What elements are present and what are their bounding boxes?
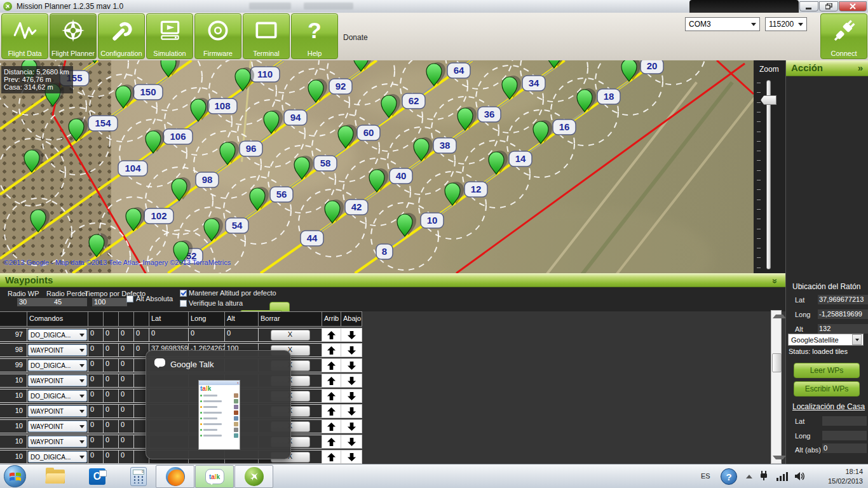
waypoint-label[interactable]: 60 <box>357 125 380 140</box>
waypoint-marker[interactable] <box>161 60 176 77</box>
toolbar-button-simulation[interactable]: Simulation <box>146 13 193 59</box>
close-button[interactable] <box>839 1 867 11</box>
param-cell[interactable]: 0 <box>103 450 119 464</box>
connect-button[interactable]: Connect <box>820 13 867 59</box>
command-select[interactable]: WAYPOINT <box>28 405 87 417</box>
move-up-button[interactable] <box>322 419 341 433</box>
home-long-field[interactable] <box>822 431 867 440</box>
waypoint-label[interactable]: 58 <box>314 156 337 171</box>
waypoint-label[interactable]: 108 <box>208 98 237 114</box>
move-down-button[interactable] <box>341 374 362 388</box>
toolbar-button-configuration[interactable]: Configuration <box>98 13 145 59</box>
param-cell[interactable]: 0 <box>88 435 104 449</box>
mantener-altitud-checkbox[interactable] <box>180 290 187 297</box>
lat-cell[interactable]: 0 <box>149 328 189 342</box>
scroll-up-arrow[interactable] <box>773 315 785 318</box>
waypoint-label[interactable]: 104 <box>118 161 147 176</box>
param-cell[interactable]: 0 <box>88 343 104 357</box>
long-cell[interactable]: 0 <box>188 328 225 342</box>
param-cell[interactable]: 0 <box>88 328 104 342</box>
param-cell[interactable]: 0 <box>103 419 119 433</box>
waypoint-label[interactable]: 20 <box>641 60 663 74</box>
baud-rate-select[interactable]: 115200 <box>765 17 807 31</box>
waypoint-marker[interactable] <box>87 60 102 63</box>
outlook-taskbar-icon[interactable]: O <box>86 466 108 487</box>
command-select[interactable]: WAYPOINT <box>28 421 87 432</box>
home-location-link[interactable]: Localización de Casa <box>792 402 867 411</box>
param-cell[interactable]: 0 <box>103 389 119 403</box>
param-cell[interactable]: 0 <box>103 358 119 372</box>
waypoint-label[interactable]: 92 <box>329 79 352 94</box>
param-cell[interactable]: 0 <box>88 358 104 372</box>
gtalk-window-thumbnail[interactable]: ✕ talk <box>198 380 240 450</box>
waypoint-label[interactable]: 154 <box>88 116 118 131</box>
param-cell[interactable]: 0 <box>118 450 134 464</box>
waypoint-marker[interactable] <box>235 69 250 91</box>
waypoint-label[interactable]: 96 <box>240 141 262 156</box>
waypoint-marker[interactable] <box>172 179 187 201</box>
param-cell[interactable]: 0 <box>118 374 134 388</box>
param-cell[interactable]: 0 <box>88 404 104 418</box>
scrollbar-thumb[interactable] <box>772 353 782 372</box>
com-port-select[interactable]: COM3 <box>685 17 760 31</box>
waypoint-label[interactable]: 56 <box>270 187 293 202</box>
move-down-button[interactable] <box>341 404 362 418</box>
param-cell[interactable]: 0 <box>133 328 149 342</box>
waypoint-label[interactable]: 10 <box>421 213 444 228</box>
zoom-slider-thumb[interactable] <box>761 95 776 105</box>
toolbar-button-terminal[interactable]: Terminal <box>243 13 290 59</box>
waypoint-label[interactable]: 64 <box>447 63 470 78</box>
toolbar-button-flight-planner[interactable]: Flight Planner <box>50 13 97 59</box>
param-cell[interactable]: 0 <box>118 419 134 433</box>
expand-icon[interactable]: » <box>858 60 863 76</box>
param-cell[interactable]: 0 <box>103 404 119 418</box>
param-cell[interactable]: 0 <box>88 419 104 433</box>
move-up-button[interactable] <box>322 435 341 449</box>
waypoint-label[interactable]: 150 <box>133 85 163 100</box>
toolbar-button-flight-data[interactable]: Flight Data <box>1 13 48 59</box>
network-tray-icon[interactable] <box>776 471 788 482</box>
waypoint-label[interactable]: 98 <box>196 172 219 187</box>
waypoint-marker[interactable] <box>146 131 161 153</box>
start-button[interactable] <box>4 465 26 487</box>
scroll-down-arrow[interactable] <box>773 456 785 459</box>
move-up-button[interactable] <box>322 358 341 372</box>
param-cell[interactable]: 0 <box>103 374 119 388</box>
param-cell[interactable]: 0 <box>118 358 134 372</box>
move-down-button[interactable] <box>341 358 362 372</box>
tiempo-field[interactable]: 100 <box>92 298 127 306</box>
waypoint-marker[interactable] <box>191 99 206 121</box>
minimize-button[interactable] <box>799 1 818 11</box>
firefox-taskbar-button[interactable] <box>156 465 194 488</box>
param-cell[interactable]: 0 <box>103 435 119 449</box>
command-select[interactable]: WAYPOINT <box>28 436 87 447</box>
waypoint-label[interactable]: 42 <box>345 200 368 215</box>
write-wps-button[interactable]: Escribir WPs <box>794 381 860 396</box>
param-cell[interactable]: 0 <box>118 343 134 357</box>
waypoint-label[interactable]: 38 <box>433 138 456 153</box>
move-down-button[interactable] <box>341 389 362 403</box>
command-select[interactable]: DO_DIGICA... <box>28 329 87 341</box>
clock[interactable]: 18:14 15/02/2013 <box>828 467 863 486</box>
command-select[interactable]: WAYPOINT <box>28 375 87 386</box>
show-hidden-icons[interactable] <box>746 475 752 478</box>
calculator-taskbar-icon[interactable]: 0 <box>128 466 149 487</box>
waypoint-label[interactable]: 12 <box>465 182 487 197</box>
move-up-button[interactable] <box>322 328 341 342</box>
waypoint-label[interactable]: 94 <box>284 110 307 125</box>
param-cell[interactable]: 0 <box>103 343 119 357</box>
param-cell[interactable]: 0 <box>118 435 134 449</box>
toolbar-button-help[interactable]: ?Help <box>291 13 338 59</box>
waypoint-label[interactable]: 40 <box>390 168 412 184</box>
read-wps-button[interactable]: Leer WPs <box>794 363 860 378</box>
move-up-button[interactable] <box>322 343 341 357</box>
delete-row-button[interactable]: X <box>271 330 310 341</box>
verifique-altura-checkbox[interactable] <box>180 300 187 307</box>
toolbar-button-firmware[interactable]: Firmware <box>194 13 241 59</box>
power-tray-icon[interactable] <box>759 470 769 483</box>
move-up-button[interactable] <box>322 404 341 418</box>
move-down-button[interactable] <box>341 450 362 464</box>
window-titlebar[interactable]: Mission Planner 1.2.35 mav 1.0 <box>0 0 868 13</box>
radio-wp-field[interactable]: 30 <box>17 298 52 306</box>
action-panel-header[interactable]: Acción » <box>786 60 868 76</box>
